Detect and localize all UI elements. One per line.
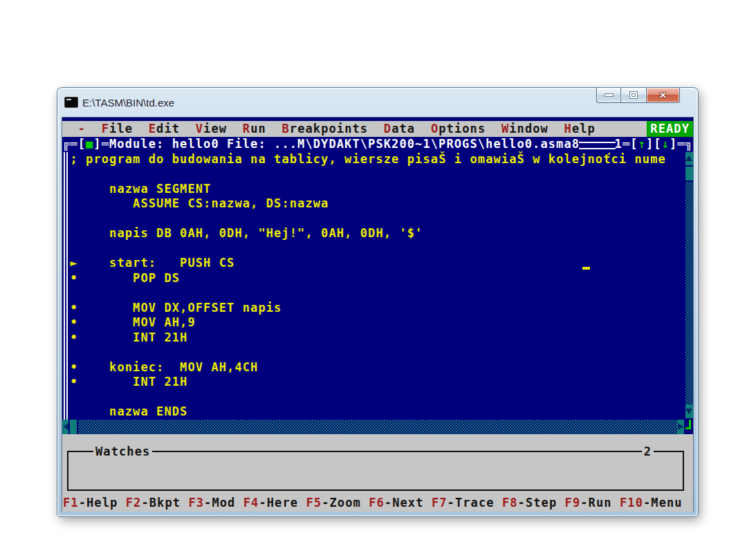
watches-title: Watches (93, 444, 152, 459)
module-window: ╔═[ ■ ]═Module: hello0 File: ...M\DYDAKT… (62, 137, 693, 434)
scroll-down-arrow-icon[interactable]: ↓ (662, 137, 670, 152)
fkey-label: -Step (518, 496, 557, 510)
console-area: - File Edit View Run Breakpoints Data Op… (62, 117, 694, 512)
scroll-up-arrow-icon[interactable]: ↑ (638, 137, 646, 152)
close-icon: × (660, 89, 667, 101)
code-line[interactable] (62, 167, 693, 182)
frame-bracket: ][ (646, 137, 662, 152)
fkey-f10[interactable]: F10-Menu (620, 496, 683, 510)
code-line[interactable]: nazwa SEGMENT (62, 182, 693, 197)
menu-item-options[interactable]: Options (431, 122, 486, 136)
fkey-bar: F1-Help F2-Bkpt F3-Mod F4-Here F5-Zoom F… (63, 494, 693, 512)
menu-hotkey: D (384, 122, 391, 136)
menu-hotkey: V (196, 122, 203, 136)
menu-item-edit[interactable]: Edit (149, 122, 180, 136)
hscrollbar-thumb[interactable] (70, 420, 77, 435)
menu-item-window[interactable]: Window (501, 122, 548, 136)
menu-hotkey: F (102, 122, 109, 136)
code-line[interactable]: • MOV AH,9 (62, 315, 693, 330)
restore-icon (630, 92, 637, 98)
menu-label: ptions (439, 122, 486, 136)
code-line[interactable] (62, 241, 693, 256)
code-line[interactable]: ; program do budowania na tablicy, wiers… (62, 152, 693, 167)
window-title: E:\TASM\BIN\td.exe (82, 97, 174, 109)
window-titlebar[interactable]: E:\TASM\BIN\td.exe × (57, 88, 698, 117)
menu-label: dit (156, 122, 180, 136)
fkey-f6[interactable]: F6-Next (369, 496, 423, 510)
app-window: E:\TASM\BIN\td.exe × - File Edit View Ru… (57, 88, 698, 516)
code-line[interactable]: ASSUME CS:nazwa, DS:nazwa (62, 196, 693, 212)
code-line[interactable]: • INT 21H (62, 330, 693, 346)
right-arrow-icon (678, 423, 683, 430)
vscrollbar-thumb[interactable] (685, 167, 693, 182)
horizontal-scrollbar[interactable] (62, 420, 693, 435)
resize-corner[interactable] (685, 420, 693, 435)
fkey-label: -Mod (204, 496, 235, 510)
minimize-icon (605, 94, 613, 96)
fkey-f8[interactable]: F8-Step (502, 496, 557, 510)
menu-hotkey: B (282, 122, 289, 136)
menu-item-file[interactable]: File (102, 122, 133, 136)
menu-hotkey: E (149, 122, 156, 136)
scrollbar-right-button[interactable] (677, 420, 685, 435)
code-line[interactable]: napis DB 0AH, 0DH, "Hej!", 0AH, 0DH, '$' (62, 226, 693, 241)
code-line[interactable]: • INT 21H (62, 375, 693, 390)
vscrollbar-track[interactable] (685, 182, 693, 405)
system-menu-button[interactable]: - (78, 122, 86, 136)
module-titlebar[interactable]: ╔═[ ■ ]═Module: hello0 File: ...M\DYDAKT… (62, 137, 693, 152)
fkey-label: -Menu (643, 496, 683, 510)
fkey-f5[interactable]: F5-Zoom (306, 496, 360, 510)
scrollbar-up-button[interactable] (685, 152, 693, 167)
down-arrow-icon (685, 409, 692, 414)
hscrollbar-track[interactable] (78, 420, 677, 435)
fkey-f2[interactable]: F2-Bkpt (126, 496, 181, 510)
code-line[interactable] (62, 286, 693, 301)
code-line[interactable] (62, 390, 693, 405)
fkey-key: F7 (432, 496, 448, 510)
menu-item-breakpoints[interactable]: Breakpoints (282, 122, 368, 136)
menu-label: un (250, 122, 266, 136)
scrollbar-down-button[interactable] (685, 404, 693, 420)
fkey-label: -Help (79, 496, 118, 510)
status-badge: READY (647, 121, 693, 137)
fkey-key: F9 (565, 496, 581, 510)
menu-item-data[interactable]: Data (384, 122, 415, 136)
console-app-icon[interactable] (64, 97, 78, 108)
menu-item-run[interactable]: Run (243, 122, 266, 136)
code-line[interactable] (62, 345, 693, 360)
menu-spacer (596, 121, 647, 137)
fkey-f7[interactable]: F7-Trace (432, 496, 495, 510)
watches-window-number: 2 (642, 444, 654, 459)
fkey-label: -Trace (448, 496, 495, 510)
code-line[interactable]: • koniec: MOV AH,4CH (62, 360, 693, 375)
fkey-key: F3 (188, 496, 204, 510)
restore-button[interactable] (621, 88, 646, 103)
up-arrow-icon (685, 156, 692, 161)
fkey-f1[interactable]: F1-Help (63, 496, 118, 510)
fkey-label: -Next (385, 496, 424, 510)
close-button[interactable]: × (646, 88, 680, 103)
code-line[interactable] (62, 212, 693, 227)
module-title-text: ]═Module: hello0 File: ...M\DYDAKT\PSK20… (93, 137, 580, 152)
fkey-key: F1 (63, 496, 79, 510)
code-line[interactable]: nazwa ENDS (62, 404, 693, 420)
menu-item-help[interactable]: Help (564, 122, 596, 136)
menu-item-view[interactable]: View (196, 122, 227, 136)
code-line[interactable]: • MOV DX,OFFSET napis (62, 301, 693, 316)
fkey-key: F5 (306, 496, 322, 510)
module-close-box[interactable]: ■ (86, 137, 93, 152)
vertical-scrollbar[interactable] (685, 152, 693, 420)
minimize-button[interactable] (596, 88, 621, 103)
code-line[interactable]: • POP DS (62, 271, 693, 286)
menu-label: indow (509, 122, 548, 136)
watches-window[interactable]: Watches 2 (67, 451, 684, 491)
fkey-key: F8 (502, 496, 518, 510)
fkey-f4[interactable]: F4-Here (243, 496, 298, 510)
fkey-f9[interactable]: F9-Run (565, 496, 612, 510)
code-lines: ; program do budowania na tablicy, wiers… (62, 152, 693, 420)
fkey-key: F2 (126, 496, 142, 510)
code-line[interactable]: ► start: PUSH CS (62, 256, 693, 271)
left-arrow-icon (63, 423, 68, 430)
fkey-f3[interactable]: F3-Mod (188, 496, 235, 510)
scrollbar-left-button[interactable] (62, 420, 70, 435)
